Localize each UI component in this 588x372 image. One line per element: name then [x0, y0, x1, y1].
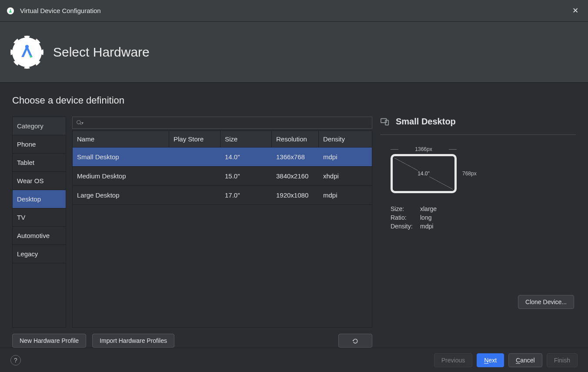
cell-resolution: 1366x768 — [272, 147, 319, 167]
chevron-down-icon: ▾ — [81, 121, 84, 125]
next-button[interactable]: Next — [477, 353, 504, 367]
category-item-wear-os[interactable]: Wear OS — [13, 172, 66, 190]
device-preview: 1366px 14.0" 768px — [391, 154, 478, 193]
col-name[interactable]: Name — [73, 131, 169, 147]
search-input-wrapper[interactable]: ▾ — [72, 117, 372, 129]
cell-name: Small Desktop — [73, 147, 169, 167]
spec-size-value: xlarge — [420, 205, 437, 212]
table-row[interactable]: Medium Desktop 15.0" 3840x2160 xhdpi — [73, 167, 372, 186]
app-icon — [7, 7, 14, 14]
detail-panel: Small Desktop 1366px 14.0" 768px Size: x… — [380, 95, 576, 348]
cell-density: xhdpi — [319, 167, 372, 186]
category-item-automotive[interactable]: Automotive — [13, 227, 66, 245]
dimension-width-label: 1366px — [391, 146, 457, 152]
refresh-icon — [352, 338, 359, 345]
cell-density: mdpi — [319, 186, 372, 205]
category-header: Category — [13, 117, 66, 135]
finish-button: Finish — [547, 353, 578, 367]
refresh-button[interactable] — [338, 334, 372, 347]
cell-play-store — [169, 147, 220, 167]
cell-resolution: 3840x2160 — [272, 167, 319, 186]
col-resolution[interactable]: Resolution — [272, 131, 319, 147]
dimension-diagonal-label: 14.0" — [416, 171, 431, 177]
cell-play-store — [169, 167, 220, 186]
col-size[interactable]: Size — [220, 131, 272, 147]
page-title: Select Hardware — [53, 45, 150, 60]
search-input[interactable] — [86, 120, 368, 126]
spec-size-label: Size: — [391, 205, 416, 212]
android-studio-icon — [12, 37, 42, 67]
category-list: Category Phone Tablet Wear OS Desktop TV… — [12, 117, 66, 328]
cell-name: Large Desktop — [73, 186, 169, 205]
detail-title: Small Desktop — [396, 117, 456, 127]
category-item-tablet[interactable]: Tablet — [13, 154, 66, 172]
dimension-height-label: 768px — [462, 156, 477, 191]
previous-button: Previous — [434, 353, 472, 367]
cell-play-store — [169, 186, 220, 205]
spec-density-value: mdpi — [420, 223, 433, 230]
spec-ratio-label: Ratio: — [391, 214, 416, 221]
cell-resolution: 1920x1080 — [272, 186, 319, 205]
cell-size: 15.0" — [220, 167, 272, 186]
table-row[interactable]: Large Desktop 17.0" 1920x1080 mdpi — [73, 186, 372, 205]
titlebar: Virtual Device Configuration ✕ — [0, 0, 588, 22]
new-hardware-profile-button[interactable]: New Hardware Profile — [12, 334, 86, 348]
import-hardware-profiles-button[interactable]: Import Hardware Profiles — [92, 334, 174, 348]
wizard-footer: ? Previous Next Cancel Finish — [0, 348, 588, 372]
devices-icon — [380, 117, 390, 127]
cell-size: 17.0" — [220, 186, 272, 205]
category-item-desktop[interactable]: Desktop — [13, 190, 66, 208]
clone-device-button[interactable]: Clone Device... — [518, 295, 574, 309]
section-title: Choose a device definition — [12, 95, 372, 106]
col-play-store[interactable]: Play Store — [169, 131, 220, 147]
category-item-tv[interactable]: TV — [13, 208, 66, 227]
svg-point-0 — [10, 9, 11, 10]
cell-density: mdpi — [319, 147, 372, 167]
table-row[interactable]: Small Desktop 14.0" 1366x768 mdpi — [73, 147, 372, 167]
spec-density-label: Density: — [391, 223, 416, 230]
device-table: Name Play Store Size Resolution Density … — [72, 131, 372, 328]
category-item-legacy[interactable]: Legacy — [13, 245, 66, 263]
svg-rect-2 — [381, 118, 387, 122]
col-density[interactable]: Density — [319, 131, 372, 147]
cancel-button[interactable]: Cancel — [508, 353, 542, 367]
cell-size: 14.0" — [220, 147, 272, 167]
spec-ratio-value: long — [420, 214, 431, 221]
category-item-phone[interactable]: Phone — [13, 135, 66, 154]
cell-name: Medium Desktop — [73, 167, 169, 186]
window-title: Virtual Device Configuration — [20, 7, 101, 14]
close-icon[interactable]: ✕ — [570, 3, 581, 18]
help-button[interactable]: ? — [10, 355, 21, 365]
svg-point-1 — [25, 45, 29, 48]
banner: Select Hardware — [0, 22, 588, 83]
